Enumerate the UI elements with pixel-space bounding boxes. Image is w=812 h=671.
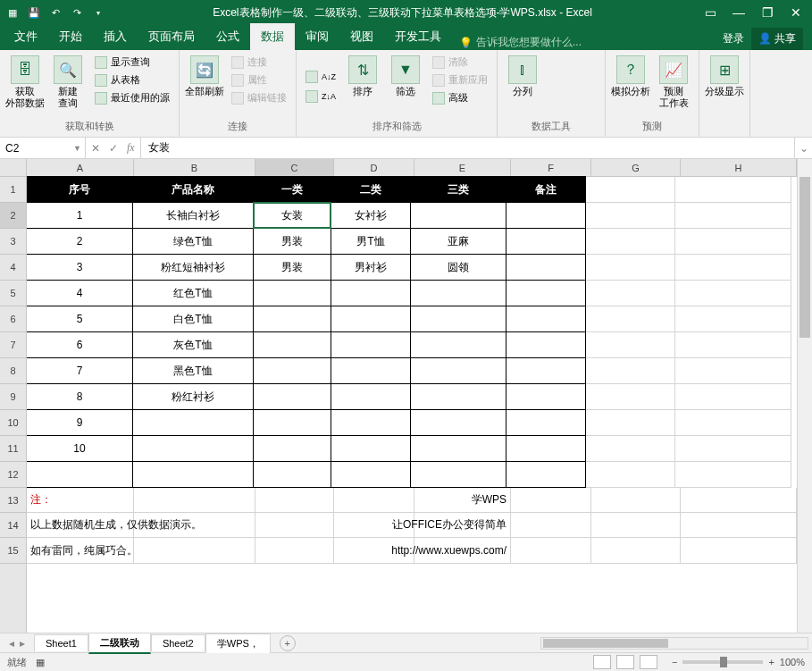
zoom-slider[interactable] [682, 660, 763, 664]
row-header[interactable]: 11 [0, 436, 26, 462]
row-header[interactable]: 4 [0, 255, 26, 281]
tab-layout[interactable]: 页面布局 [138, 23, 205, 50]
cell[interactable] [586, 306, 675, 332]
col-header-H[interactable]: H [681, 159, 797, 176]
tab-dev[interactable]: 开发工具 [384, 23, 452, 50]
cell[interactable]: 男衬衫 [331, 254, 411, 281]
cell[interactable] [334, 488, 414, 513]
cell[interactable] [410, 357, 506, 384]
cell[interactable] [586, 436, 675, 462]
manage-model-icon[interactable] [582, 88, 598, 104]
cell[interactable]: 6 [27, 331, 133, 358]
cell[interactable]: 粉红衬衫 [132, 383, 254, 410]
cell[interactable]: 3 [27, 254, 133, 281]
zoom-in-button[interactable]: + [768, 657, 774, 667]
view-layout-button[interactable] [616, 655, 634, 669]
text-to-columns-button[interactable]: ⫿分列 [503, 54, 542, 120]
cell[interactable] [134, 513, 255, 538]
new-query-button[interactable]: 🔍新建 查询 [48, 54, 88, 120]
tab-file[interactable]: 文件 [4, 23, 48, 50]
cell[interactable] [586, 462, 675, 488]
cell[interactable]: 白色T恤 [132, 306, 254, 332]
macro-record-icon[interactable]: ▦ [36, 657, 45, 668]
table-header[interactable]: 备注 [506, 176, 586, 203]
add-sheet-button[interactable]: + [280, 635, 296, 651]
cell[interactable] [591, 538, 681, 564]
cell[interactable] [255, 488, 334, 513]
cell[interactable]: 7 [27, 357, 133, 384]
cell[interactable] [675, 229, 791, 255]
cell[interactable] [132, 461, 254, 488]
cell[interactable] [586, 203, 675, 229]
cell[interactable] [506, 435, 586, 462]
cell[interactable] [331, 461, 411, 488]
cell[interactable] [586, 255, 675, 281]
consolidate-icon[interactable] [546, 88, 562, 104]
cell[interactable] [586, 281, 675, 306]
cell[interactable] [586, 332, 675, 358]
cell[interactable] [27, 461, 133, 488]
cell[interactable]: 红色T恤 [132, 280, 254, 306]
zoom-level[interactable]: 100% [780, 657, 805, 667]
redo-icon[interactable]: ↷ [70, 5, 84, 20]
col-header-B[interactable]: B [134, 159, 255, 176]
cell[interactable] [681, 488, 797, 513]
cell[interactable] [132, 409, 254, 436]
cell[interactable] [511, 513, 591, 538]
cell[interactable]: 女装▼ [253, 202, 331, 229]
cell[interactable] [331, 306, 411, 332]
cell[interactable]: 亚麻 [410, 228, 506, 255]
cell[interactable] [511, 538, 591, 564]
cell[interactable] [132, 435, 254, 462]
sheet-nav-next[interactable]: ▸ [20, 637, 25, 650]
cell[interactable] [586, 358, 675, 384]
cell[interactable] [675, 410, 791, 436]
cell[interactable] [253, 331, 331, 358]
tab-view[interactable]: 视图 [339, 23, 384, 50]
cell[interactable] [506, 254, 586, 281]
sheet-tab[interactable]: 学WPS， [205, 633, 271, 653]
cell[interactable]: 1 [27, 202, 133, 229]
cell[interactable] [506, 202, 586, 229]
cell[interactable] [506, 383, 586, 410]
whatif-button[interactable]: ？模拟分析 [611, 54, 650, 120]
tellme-search[interactable]: 💡告诉我您想要做什么... [459, 35, 582, 50]
login-link[interactable]: 登录 [723, 31, 744, 46]
row-header[interactable]: 1 [0, 177, 26, 203]
cell[interactable]: 绿色T恤 [132, 228, 254, 255]
cell[interactable] [506, 357, 586, 384]
sheet-nav-prev[interactable]: ◂ [9, 637, 14, 650]
table-header[interactable]: 一类 [253, 176, 331, 203]
share-button[interactable]: 👤 共享 [751, 28, 803, 50]
col-header-F[interactable]: F [511, 159, 591, 176]
cell[interactable] [586, 229, 675, 255]
formula-input[interactable]: 女装 [141, 138, 794, 158]
row-header[interactable]: 13 [0, 488, 26, 513]
cell[interactable] [675, 358, 791, 384]
cell[interactable] [511, 488, 591, 513]
cell[interactable] [675, 306, 791, 332]
col-header-D[interactable]: D [334, 159, 414, 176]
relationships-icon[interactable] [564, 88, 580, 104]
cell[interactable]: 男装 [253, 228, 331, 255]
connections-button[interactable]: 连接 [228, 54, 290, 71]
table-header[interactable]: 三类 [410, 176, 506, 203]
cell[interactable]: 4 [27, 280, 133, 306]
col-header-A[interactable]: A [27, 159, 134, 176]
cell[interactable]: 男T恤 [331, 228, 411, 255]
enter-formula-button[interactable]: ✓ [109, 142, 118, 155]
cell[interactable] [506, 280, 586, 306]
cell[interactable] [253, 383, 331, 410]
cell[interactable] [506, 461, 586, 488]
sheet-tab[interactable]: 二级联动 [88, 633, 151, 654]
select-all-corner[interactable] [0, 159, 26, 177]
cell[interactable] [410, 280, 506, 306]
cell[interactable] [331, 383, 411, 410]
tab-home[interactable]: 开始 [48, 23, 93, 50]
name-box[interactable]: C2▼ [0, 138, 86, 158]
table-header[interactable]: 二类 [331, 176, 411, 203]
cell[interactable] [591, 488, 681, 513]
cell[interactable] [134, 538, 255, 564]
cell[interactable]: 10 [27, 435, 133, 462]
cell[interactable] [331, 435, 411, 462]
